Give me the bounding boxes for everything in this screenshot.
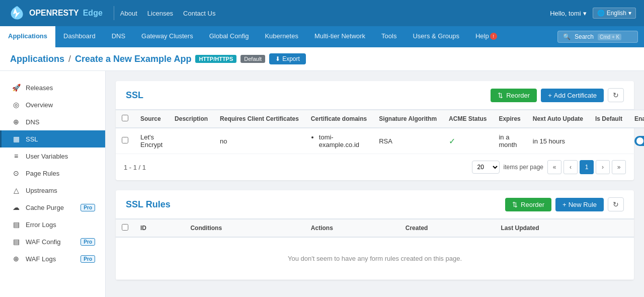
- row-acme-status: ✓: [443, 128, 493, 154]
- add-cert-icon: +: [548, 92, 552, 99]
- page-last-button[interactable]: »: [612, 160, 626, 174]
- sidebar-item-ssl[interactable]: ▦ SSL: [0, 130, 105, 147]
- th-sig-algorithm: Signature Algorithm: [373, 110, 443, 128]
- sidebar-item-dns[interactable]: ⊕ DNS: [0, 113, 105, 130]
- row-domains: tomi-example.co.id: [305, 128, 373, 154]
- nav-applications[interactable]: Applications: [0, 26, 55, 47]
- sidebar-label-waf-logs: WAF Logs: [26, 255, 56, 263]
- nav-dashboard[interactable]: Dashboard: [55, 26, 104, 47]
- dns-icon: ⊕: [12, 118, 21, 126]
- rules-reorder-icon: ⇅: [512, 201, 518, 208]
- search-placeholder: Search: [575, 33, 594, 40]
- sidebar-item-waf-logs[interactable]: ⊕ WAF Logs Pro: [0, 250, 105, 267]
- ssl-rules-section-header: SSL Rules ⇅ Reorder + New Rule ↻: [116, 190, 634, 219]
- row-expires: in a month: [493, 128, 526, 154]
- sidebar-item-user-variables[interactable]: ≡ User Variables: [0, 147, 105, 165]
- source-value: Let'sEncrypt: [140, 133, 163, 148]
- sidebar-label-page-rules: Page Rules: [26, 170, 59, 177]
- select-all-checkbox[interactable]: [122, 115, 128, 121]
- about-link[interactable]: About: [120, 10, 137, 17]
- rules-refresh-icon: ↻: [613, 200, 619, 208]
- nav-multitier[interactable]: Multi-tier Network: [306, 26, 373, 47]
- ssl-refresh-button[interactable]: ↻: [608, 88, 624, 102]
- empty-state: You don't seem to have any form rules cr…: [122, 243, 628, 274]
- page-rules-icon: ⊙: [12, 169, 21, 177]
- lang-chevron-icon: ▾: [628, 10, 631, 17]
- sidebar-item-cache-purge[interactable]: ☁ Cache Purge Pro: [0, 199, 105, 216]
- ssl-table: Source Description Requires Client Certi…: [116, 110, 644, 154]
- user-variables-icon: ≡: [12, 152, 21, 160]
- user-greeting: Hello, tomi: [550, 10, 581, 17]
- new-rule-label: New Rule: [569, 201, 597, 208]
- sidebar-label-dns: DNS: [26, 118, 39, 126]
- rules-th-actions: Actions: [305, 219, 399, 238]
- ssl-reorder-button[interactable]: ⇅ Reorder: [491, 89, 537, 102]
- enable-toggle[interactable]: ON: [634, 136, 644, 146]
- help-badge: !: [490, 33, 497, 40]
- globe-icon: 🌐: [597, 10, 605, 17]
- nav-dns[interactable]: DNS: [104, 26, 133, 47]
- top-links: About Licenses Contact Us: [120, 10, 216, 17]
- sidebar-label-user-variables: User Variables: [26, 153, 68, 160]
- row-requires-client-cert: no: [214, 128, 305, 154]
- nav-users-groups[interactable]: Users & Groups: [405, 26, 467, 47]
- ssl-section-actions: ⇅ Reorder + Add Certificate ↻: [491, 88, 624, 102]
- user-menu[interactable]: Hello, tomi ▾: [550, 10, 586, 17]
- ssl-rules-actions: ⇅ Reorder + New Rule ↻: [505, 197, 624, 211]
- th-cert-domains: Certificate domains: [305, 110, 373, 128]
- breadcrumb-parent[interactable]: Applications: [10, 54, 64, 64]
- items-per-page-label: items per page: [504, 164, 543, 171]
- row-checkbox-cell: [116, 128, 134, 154]
- ssl-rules-refresh-button[interactable]: ↻: [608, 197, 624, 211]
- nav-tools[interactable]: Tools: [373, 26, 405, 47]
- pagination-right: 10 20 50 100 items per page « ‹ 1 › »: [472, 160, 626, 174]
- search-box[interactable]: 🔍 Search Cmd + K: [557, 31, 638, 43]
- top-right: Hello, tomi ▾ 🌐 English ▾: [550, 8, 636, 19]
- nav-gateway-clusters[interactable]: Gateway Clusters: [133, 26, 201, 47]
- requires-cert-value: no: [220, 137, 227, 145]
- badge-default: Default: [240, 55, 265, 63]
- ssl-rules-reorder-label: Reorder: [521, 201, 544, 208]
- rules-th-select: [116, 219, 134, 238]
- contact-link[interactable]: Contact Us: [183, 10, 215, 17]
- sidebar-label-waf-config: WAF Config: [26, 238, 61, 246]
- export-button[interactable]: ⬇ Export: [269, 53, 306, 64]
- nav-help[interactable]: Help!: [467, 26, 505, 47]
- search-icon: 🔍: [563, 33, 571, 40]
- nav-kubernetes[interactable]: Kubernetes: [257, 26, 306, 47]
- logo-edge: Edge: [83, 9, 103, 18]
- row-checkbox[interactable]: [122, 137, 128, 143]
- page-current-button[interactable]: 1: [580, 160, 594, 174]
- export-label: Export: [282, 55, 300, 62]
- sidebar-item-overview[interactable]: ◎ Overview: [0, 96, 105, 113]
- licenses-link[interactable]: Licenses: [147, 10, 173, 17]
- sidebar-item-page-rules[interactable]: ⊙ Page Rules: [0, 165, 105, 182]
- row-source: Let'sEncrypt: [134, 128, 169, 154]
- sidebar-item-error-logs[interactable]: ▤ Error Logs: [0, 216, 105, 233]
- row-is-default: [589, 128, 628, 154]
- nav-global-config[interactable]: Global Config: [201, 26, 257, 47]
- rules-th-conditions: Conditions: [184, 219, 304, 238]
- empty-state-cell: You don't seem to have any form rules cr…: [116, 237, 634, 280]
- language-selector[interactable]: 🌐 English ▾: [593, 8, 636, 19]
- refresh-icon: ↻: [613, 91, 619, 99]
- sidebar-item-releases[interactable]: 🚀 Releases: [0, 79, 105, 96]
- page-prev-button[interactable]: ‹: [564, 160, 578, 174]
- th-acme-status: ACME Status: [443, 110, 493, 128]
- sidebar-item-upstreams[interactable]: △ Upstreams: [0, 182, 105, 199]
- rules-select-all[interactable]: [122, 224, 128, 231]
- new-rule-button[interactable]: + New Rule: [555, 198, 604, 211]
- nav-search-area: 🔍 Search Cmd + K: [551, 26, 644, 47]
- ssl-icon: ▦: [12, 135, 21, 143]
- pagination-bar: 1 - 1 / 1 10 20 50 100 items per page « …: [116, 154, 634, 180]
- page-next-button[interactable]: ›: [596, 160, 610, 174]
- sidebar: 🚀 Releases ◎ Overview ⊕ DNS ▦ SSL ≡ User…: [0, 71, 106, 297]
- sidebar-item-waf-config[interactable]: ▤ WAF Config Pro: [0, 233, 105, 250]
- page-size-select[interactable]: 10 20 50 100: [472, 161, 500, 174]
- page-first-button[interactable]: «: [547, 160, 561, 174]
- th-enable: Enable: [628, 110, 644, 128]
- add-certificate-button[interactable]: + Add Certificate: [541, 89, 604, 102]
- table-row: Let'sEncrypt no tomi-example.co.id: [116, 128, 644, 154]
- waf-logs-pro-badge: Pro: [80, 255, 95, 263]
- ssl-rules-reorder-button[interactable]: ⇅ Reorder: [505, 198, 551, 211]
